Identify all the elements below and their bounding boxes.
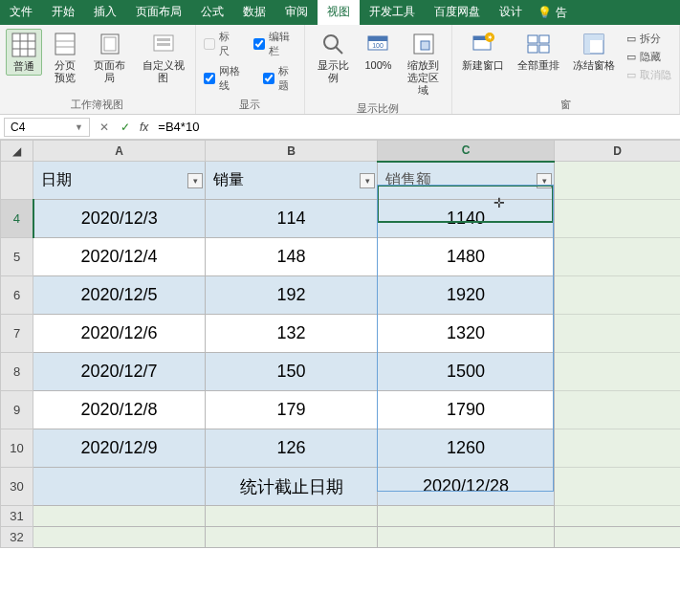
fx-icon[interactable]: fx: [136, 121, 152, 134]
cell[interactable]: 150: [206, 353, 378, 391]
accept-formula-button[interactable]: ✓: [115, 121, 136, 134]
cell[interactable]: [33, 527, 206, 548]
header-qty[interactable]: 销量▾: [206, 162, 378, 200]
cell[interactable]: 179: [206, 391, 378, 429]
chk-formula-bar[interactable]: 编辑栏: [252, 29, 298, 59]
tell-me[interactable]: 💡 告: [532, 0, 680, 25]
cell[interactable]: [206, 506, 378, 527]
cell[interactable]: 2020/12/8: [33, 391, 206, 429]
filter-button-a[interactable]: ▾: [187, 173, 203, 188]
cell[interactable]: 1920: [378, 276, 555, 315]
cell[interactable]: 1320: [378, 315, 555, 353]
cell[interactable]: [33, 506, 206, 527]
cell-active[interactable]: 1140: [378, 200, 555, 238]
row-header[interactable]: 4: [1, 200, 33, 238]
row-header[interactable]: 32: [1, 527, 33, 548]
chk-headings[interactable]: 标题: [261, 63, 298, 94]
cell[interactable]: 2020/12/4: [33, 238, 206, 276]
row-header[interactable]: 9: [1, 391, 33, 429]
cell[interactable]: [555, 468, 681, 506]
cancel-formula-button[interactable]: ✕: [94, 121, 115, 134]
cell[interactable]: 2020/12/7: [33, 353, 206, 391]
select-all-corner[interactable]: ◢: [1, 141, 33, 162]
name-box[interactable]: C4 ▼: [4, 118, 90, 137]
filter-button-b[interactable]: ▾: [360, 173, 375, 188]
cell[interactable]: [555, 506, 681, 527]
zoom-selection-button[interactable]: 缩放到 选定区域: [402, 29, 446, 99]
header-date[interactable]: 日期▾: [33, 162, 206, 200]
cell[interactable]: [555, 353, 681, 391]
row-header[interactable]: 5: [1, 238, 33, 276]
row-header[interactable]: 30: [1, 468, 33, 506]
cell[interactable]: 114: [206, 200, 378, 238]
cell[interactable]: [555, 276, 681, 315]
worksheet-grid[interactable]: ◢ A B C D 日期▾ 销量▾ 销售额▾ 42020/12/31141140…: [0, 140, 680, 548]
cell[interactable]: 192: [206, 276, 378, 315]
view-pagebreak-button[interactable]: 分页 预览: [48, 29, 82, 86]
cell[interactable]: 132: [206, 315, 378, 353]
hide-button[interactable]: ▭隐藏: [625, 49, 673, 65]
zoom-button[interactable]: 显示比例: [311, 29, 355, 86]
view-normal-button[interactable]: 普通: [6, 29, 42, 76]
cell[interactable]: 1500: [378, 353, 555, 391]
chk-gridlines[interactable]: 网格线: [202, 63, 249, 94]
tab-page-layout[interactable]: 页面布局: [126, 0, 191, 25]
cell[interactable]: [555, 429, 681, 468]
tab-design[interactable]: 设计: [490, 0, 532, 25]
svg-rect-12: [157, 43, 170, 46]
row-header[interactable]: 8: [1, 353, 33, 391]
cell[interactable]: [555, 527, 681, 548]
tab-baidu[interactable]: 百度网盘: [425, 0, 490, 25]
tab-view[interactable]: 视图: [318, 0, 360, 25]
unhide-button[interactable]: ▭取消隐: [625, 67, 673, 83]
tab-review[interactable]: 审阅: [275, 0, 318, 25]
col-header-a[interactable]: A: [33, 141, 206, 162]
tab-data[interactable]: 数据: [233, 0, 275, 25]
row-header[interactable]: 6: [1, 276, 33, 315]
tab-insert[interactable]: 插入: [84, 0, 126, 25]
cell[interactable]: 2020/12/6: [33, 315, 206, 353]
tab-home[interactable]: 开始: [42, 0, 84, 25]
view-pagelayout-button[interactable]: 页面布局: [88, 29, 131, 86]
cell[interactable]: [555, 315, 681, 353]
row-header[interactable]: 31: [1, 506, 33, 527]
view-custom-button[interactable]: 自定义视图: [137, 29, 189, 86]
cell[interactable]: [555, 200, 681, 238]
cell[interactable]: [555, 238, 681, 276]
chk-ruler[interactable]: 标尺: [202, 29, 239, 59]
tab-developer[interactable]: 开发工具: [360, 0, 425, 25]
cell[interactable]: 2020/12/9: [33, 429, 206, 468]
cell[interactable]: 1480: [378, 238, 555, 276]
chevron-down-icon[interactable]: ▼: [75, 122, 83, 132]
cell-footer-date[interactable]: 2020/12/28: [378, 468, 555, 506]
col-header-b[interactable]: B: [206, 141, 378, 162]
cell[interactable]: [378, 506, 555, 527]
cell[interactable]: 2020/12/5: [33, 276, 206, 315]
tab-formulas[interactable]: 公式: [191, 0, 233, 25]
cell-footer-label[interactable]: 统计截止日期: [206, 468, 378, 506]
col-header-c[interactable]: C: [378, 141, 555, 162]
zoom-100-button[interactable]: 100 100%: [361, 29, 395, 74]
cell[interactable]: 2020/12/3: [33, 200, 206, 238]
new-window-button[interactable]: ✶ 新建窗口: [458, 29, 508, 74]
filter-button-c[interactable]: ▾: [537, 173, 552, 188]
freeze-panes-button[interactable]: 冻结窗格: [569, 29, 619, 74]
row-header[interactable]: 7: [1, 315, 33, 353]
cell[interactable]: [206, 527, 378, 548]
tab-file[interactable]: 文件: [0, 0, 42, 25]
formula-input[interactable]: [152, 118, 680, 137]
col-header-d[interactable]: D: [555, 141, 681, 162]
cell[interactable]: 1260: [378, 429, 555, 468]
split-button[interactable]: ▭拆分: [625, 31, 673, 47]
cell[interactable]: [33, 468, 206, 506]
cell[interactable]: 1790: [378, 391, 555, 429]
cell[interactable]: 126: [206, 429, 378, 468]
cell[interactable]: 148: [206, 238, 378, 276]
cell-d-header[interactable]: [555, 162, 681, 200]
cell[interactable]: [378, 527, 555, 548]
header-sales[interactable]: 销售额▾: [378, 162, 555, 200]
arrange-all-button[interactable]: 全部重排: [514, 29, 563, 74]
row-header[interactable]: 10: [1, 429, 33, 468]
row-header-1[interactable]: [1, 162, 33, 200]
cell[interactable]: [555, 391, 681, 429]
